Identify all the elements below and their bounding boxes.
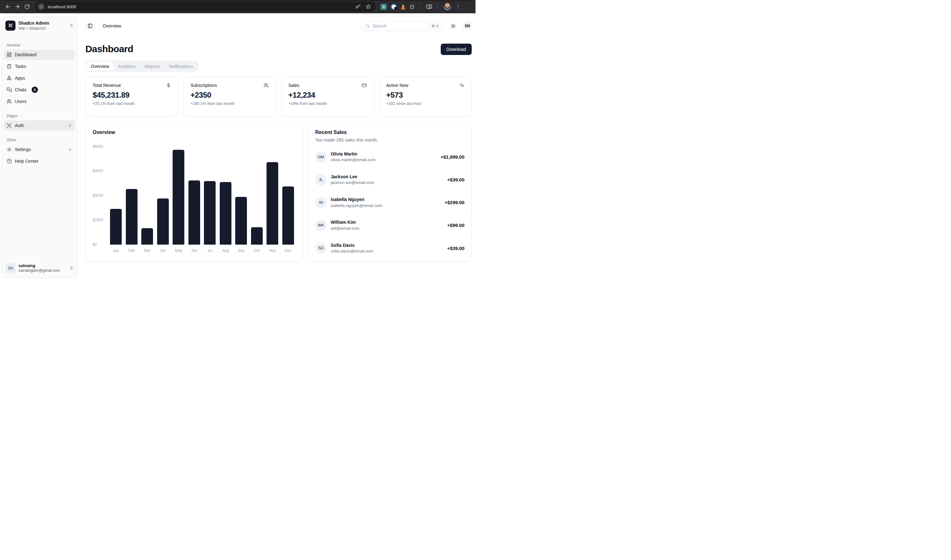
avatar: SD (315, 242, 327, 254)
x-tick: Apr (157, 248, 169, 253)
credit-card-icon (362, 83, 367, 88)
toolbar-divider (438, 4, 438, 9)
y-tick: $4500 (92, 169, 103, 173)
sale-row: WK William Kim will@email.com +$99.00 (315, 219, 464, 231)
stat-card-total-revenue: Total Revenue $45,231.89 +20.1% from las… (85, 77, 178, 117)
site-info-button[interactable] (37, 3, 45, 11)
customer-name: Isabella Nguyen (331, 196, 382, 203)
stat-change: +20.1% from last month (92, 102, 171, 106)
stat-title: Total Revenue (92, 83, 121, 88)
customer-email: sofia.davis@email.com (331, 248, 373, 254)
bar-jul (204, 181, 216, 245)
breadcrumb: Overview (103, 23, 121, 28)
sun-icon (450, 23, 456, 29)
stat-title: Sales (288, 83, 299, 88)
activity-icon (459, 83, 464, 88)
chart-title: Overview (92, 129, 296, 135)
sidebar-item-label: Auth (15, 123, 24, 128)
sidebar-item-label: Apps (15, 75, 25, 81)
reload-button[interactable] (22, 2, 32, 11)
dollar-sign-icon (166, 83, 171, 88)
layout-dashboard-icon (7, 52, 12, 57)
tab-notifications[interactable]: Notifications (164, 62, 197, 71)
address-bar[interactable]: localhost:3000 (35, 2, 376, 12)
bar-apr (157, 198, 169, 245)
extensions-puzzle-icon[interactable] (409, 4, 415, 9)
recent-sales-card: Recent Sales You made 265 sales this mon… (308, 123, 472, 262)
bar-dec (282, 186, 294, 245)
user-menu[interactable]: SN satnaing satnaingdev@gmail.com (4, 262, 75, 275)
y-tick: $0 (92, 242, 97, 247)
sidebar-item-apps[interactable]: Apps (4, 73, 75, 83)
bar-chart: $6000 $4500 $3000 $1500 $0 (92, 140, 296, 253)
sidebar-item-help-center[interactable]: Help Center (4, 156, 75, 166)
chevron-right-icon (68, 147, 72, 152)
x-tick: Jan (110, 248, 122, 253)
app-window: ⌘ Shadcn Admin Vite + ShadcnUI General D… (0, 13, 476, 280)
avatar: IN (315, 197, 327, 208)
back-button[interactable] (3, 2, 12, 11)
sidebar-toggle-button[interactable] (85, 21, 95, 31)
info-icon (39, 5, 43, 9)
download-button[interactable]: Download (441, 44, 472, 55)
sidebar-item-settings[interactable]: Settings (4, 145, 75, 155)
x-tick: Oct (251, 248, 263, 253)
search-shortcut-kbd: ⌘ K (429, 23, 441, 29)
stat-change: +201 since last hour (386, 102, 465, 106)
search-placeholder: Search (372, 23, 386, 28)
extension-icon-1password[interactable] (391, 4, 397, 10)
main-content: Overview Search ⌘ K SN Dashboard Downloa… (85, 13, 472, 280)
chart-x-axis: Jan Feb Mar Apr May Jun Jul Aug Sep Oct … (108, 245, 296, 253)
sale-amount: +$99.00 (447, 223, 464, 228)
x-tick: Aug (220, 248, 231, 253)
sidebar-item-label: Help Center (15, 158, 39, 164)
password-key-icon[interactable] (355, 4, 361, 9)
sidebar-item-label: Chats (15, 87, 26, 92)
sidebar-item-dashboard[interactable]: Dashboard (4, 49, 75, 60)
customer-name: Sofia Davis (331, 242, 373, 248)
packages-icon (7, 75, 12, 81)
menu-dots-icon[interactable] (456, 4, 461, 9)
x-tick: Sep (235, 248, 247, 253)
bookmark-star-icon[interactable] (365, 4, 371, 9)
theme-toggle-button[interactable] (448, 21, 458, 31)
panel-left-icon (88, 23, 92, 28)
reading-list-icon[interactable] (426, 4, 432, 10)
stat-value: +573 (386, 91, 465, 100)
bar-jan (110, 209, 122, 245)
search-input[interactable]: Search ⌘ K (362, 21, 443, 31)
sale-amount: +$1,999.00 (441, 154, 465, 160)
sidebar-item-auth[interactable]: Auth (4, 120, 75, 131)
user-name: satnaing (18, 263, 60, 269)
tab-reports[interactable]: Reports (140, 62, 164, 71)
stat-change: +19% from last month (288, 102, 367, 106)
bar-aug (220, 182, 231, 245)
recent-sales-list: OM Olivia Martin olivia.martin@email.com… (315, 151, 464, 254)
stat-value: $45,231.89 (92, 91, 171, 100)
bar-sep (235, 197, 247, 245)
sidebar-item-chats[interactable]: Chats 3 (4, 85, 75, 95)
browser-profile-avatar[interactable] (443, 3, 452, 11)
chart-bars (108, 140, 296, 245)
sale-amount: +$39.00 (447, 177, 464, 182)
extensions-row (381, 3, 461, 11)
extension-icon-lighthouse[interactable] (401, 4, 405, 9)
sidebar-item-tasks[interactable]: Tasks (4, 61, 75, 71)
stat-value: +2350 (191, 91, 269, 100)
tab-analytics[interactable]: Analytics (114, 62, 140, 71)
stat-card-subscriptions: Subscriptions +2350 +180.1% from last mo… (183, 77, 276, 117)
nav-group-label: Other (4, 138, 75, 142)
team-switcher[interactable]: ⌘ Shadcn Admin Vite + ShadcnUI (4, 19, 75, 32)
extension-icon-teal[interactable] (381, 4, 387, 10)
sale-amount: +$299.00 (444, 200, 464, 205)
profile-avatar-button[interactable]: SN (463, 22, 472, 30)
forward-button[interactable] (12, 2, 22, 11)
reload-icon (24, 4, 30, 9)
users-icon (264, 83, 269, 88)
x-tick: May (173, 248, 184, 253)
tab-overview[interactable]: Overview (86, 62, 114, 71)
recent-sales-subtitle: You made 265 sales this month. (315, 137, 464, 143)
users-icon (7, 99, 12, 104)
stat-change: +180.1% from last month (191, 102, 269, 106)
sidebar-item-users[interactable]: Users (4, 96, 75, 106)
